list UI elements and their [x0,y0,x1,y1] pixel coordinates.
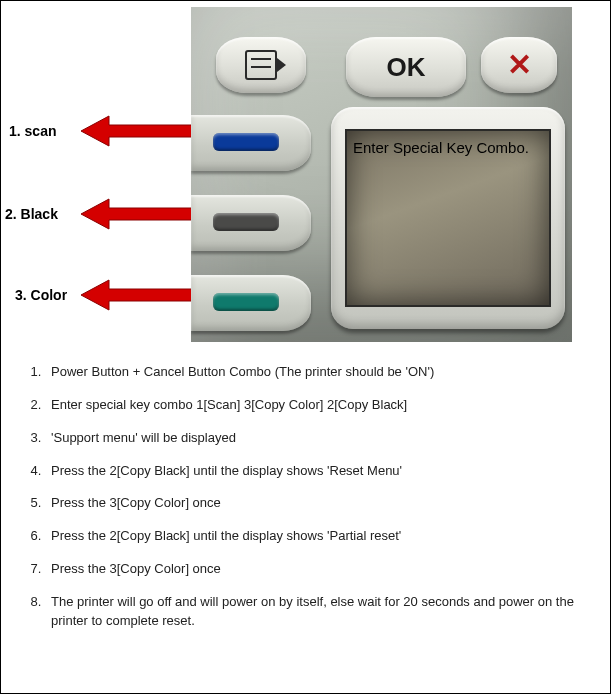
printer-cancel-button: ✕ [481,37,557,93]
document-icon [245,50,277,80]
printer-scan-button [191,115,311,171]
list-item: 'Support menu' will be displayed [45,429,596,462]
printer-ok-button: OK [346,37,466,97]
label-color: 3. Color [15,287,67,303]
list-item: Press the 3[Copy Color] once [45,494,596,527]
list-item: Press the 2[Copy Black] until the displa… [45,462,596,495]
list-item: Press the 2[Copy Black] until the displa… [45,527,596,560]
cancel-x-icon: ✕ [507,50,532,80]
instructions-list: Power Button + Cancel Button Combo (The … [21,363,596,645]
list-item: Enter special key combo 1[Scan] 3[Copy C… [45,396,596,429]
instructions: Power Button + Cancel Button Combo (The … [21,363,596,645]
printer-color-button [191,275,311,331]
list-item: Press the 3[Copy Color] once [45,560,596,593]
label-scan: 1. scan [9,123,56,139]
printer-black-button [191,195,311,251]
printer-lcd-bezel: Enter Special Key Combo. [331,107,565,329]
printer-lcd-screen: Enter Special Key Combo. [345,129,551,307]
printer-photo: OK ✕ Enter Special Key Combo. [191,7,572,342]
ok-button-label: OK [387,52,426,83]
label-black: 2. Black [5,206,58,222]
list-item: The printer will go off and will power o… [45,593,596,645]
lcd-text: Enter Special Key Combo. [353,139,529,156]
page: 1. scan 2. Black 3. Color OK ✕ [0,0,611,694]
list-item: Power Button + Cancel Button Combo (The … [45,363,596,396]
printer-doc-button [216,37,306,93]
